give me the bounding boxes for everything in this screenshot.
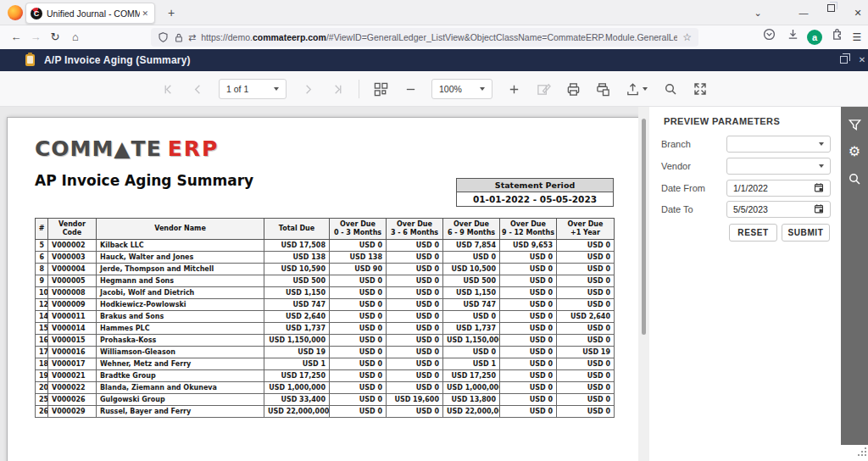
next-page-button[interactable] — [299, 79, 316, 99]
downloads-icon[interactable] — [783, 28, 802, 47]
calendar-icon[interactable] — [814, 181, 824, 196]
window-minimize-button[interactable]: — — [792, 2, 815, 24]
last-page-button[interactable] — [329, 79, 346, 99]
cell: USD 0 — [557, 323, 615, 335]
cell: Hodkiewicz-Powlowski — [97, 299, 264, 311]
cell: USD 13,800 — [443, 394, 500, 406]
cell: 26 — [36, 406, 48, 418]
cell: USD 0 — [330, 335, 387, 347]
cell: USD 0 — [500, 311, 557, 323]
calendar-icon[interactable] — [814, 202, 824, 217]
cell: 17 — [36, 347, 48, 358]
date-to-input[interactable]: 5/5/2023 — [726, 201, 831, 218]
branch-select[interactable] — [726, 136, 831, 153]
scrollbar-thumb[interactable] — [642, 119, 646, 335]
zoom-out-button[interactable] — [402, 79, 419, 99]
zoom-level-dropdown[interactable]: 100% — [431, 79, 492, 99]
firefox-logo-icon[interactable] — [8, 5, 23, 20]
cell: USD 0 — [387, 252, 443, 264]
table-row: 20V000022Blanda, Ziemann and OkunevaUSD … — [36, 382, 615, 394]
home-button[interactable]: ⌂ — [66, 28, 85, 47]
reset-button[interactable]: RESET — [729, 224, 777, 242]
edit-report-button[interactable] — [535, 79, 552, 99]
dropdown-caret-icon — [274, 87, 279, 91]
cell: USD 0 — [500, 287, 557, 299]
settings-gear-icon[interactable]: ⚙ — [841, 142, 868, 162]
previous-page-button[interactable] — [189, 79, 206, 99]
page-indicator-dropdown[interactable]: 1 of 1 — [219, 79, 287, 99]
cell: 20 — [36, 382, 48, 394]
cell: USD 17,508 — [264, 240, 330, 252]
statement-period-value: 01-01-2022 - 05-05-2023 — [457, 192, 613, 206]
cell: USD 1,000,000 — [443, 382, 500, 394]
cell: USD 0 — [330, 382, 387, 394]
cell: USD 0 — [557, 299, 615, 311]
export-button[interactable] — [624, 79, 649, 99]
browser-tab[interactable]: C Unified Journal - COMMATE ERP ✕ — [25, 3, 155, 24]
url-bar[interactable]: ⇄ https://demo.commateerp.com/#ViewID=Ge… — [151, 28, 698, 47]
cell: USD 500 — [443, 275, 500, 287]
cell: 25 — [36, 394, 48, 406]
pocket-icon[interactable] — [760, 28, 778, 47]
cell: Prohaska-Koss — [97, 335, 264, 347]
vendor-select[interactable] — [726, 158, 831, 175]
logo-triangle-icon: ▲ — [114, 136, 131, 161]
lock-icon[interactable] — [174, 32, 184, 43]
cell: USD 0 — [387, 358, 443, 370]
zoom-in-button[interactable] — [505, 79, 522, 99]
cell: USD 2,640 — [557, 311, 615, 323]
vertical-scrollbar[interactable] — [638, 107, 649, 461]
table-row: 14V000011Brakus and SonsUSD 2,640USD 0US… — [36, 311, 615, 323]
window-restore-button[interactable] — [819, 2, 843, 24]
cell: Williamson-Gleason — [97, 347, 264, 358]
extensions-puzzle-icon[interactable] — [827, 28, 846, 47]
tab-close-icon[interactable]: ✕ — [140, 8, 150, 19]
forward-button[interactable]: → — [26, 28, 45, 47]
new-tab-button[interactable]: + — [163, 4, 180, 21]
print-button[interactable] — [565, 79, 581, 99]
cell: USD 747 — [264, 299, 330, 311]
shield-icon[interactable] — [158, 31, 169, 43]
search-button[interactable] — [662, 79, 679, 99]
bookmark-star-icon[interactable]: ☆ — [682, 31, 692, 43]
submit-button[interactable]: SUBMIT — [782, 224, 830, 242]
permissions-icon[interactable]: ⇄ — [188, 32, 196, 43]
cell: V000021 — [48, 370, 97, 382]
column-header: Over Due0 - 3 Months — [330, 219, 387, 240]
cell: 6 — [36, 252, 48, 264]
popout-window-icon[interactable] — [836, 53, 851, 67]
cell: USD 1,000,000 — [264, 382, 330, 394]
cell: USD 0 — [557, 252, 615, 264]
cell: Kilback LLC — [97, 240, 264, 252]
account-extension-icon[interactable]: a — [807, 30, 822, 45]
print-page-button[interactable] — [594, 79, 611, 99]
back-button[interactable]: ← — [7, 28, 25, 47]
cell: USD 0 — [557, 406, 615, 418]
cell: USD 10,500 — [443, 264, 500, 275]
cell: 16 — [36, 335, 48, 347]
search-sidebar-icon[interactable] — [841, 169, 868, 189]
report-viewer-area: COMM▲TEERP AP Invoice Aging Summary Stat… — [0, 107, 649, 461]
table-row: 15V000014Hammes PLCUSD 1,737USD 0USD 0US… — [36, 323, 615, 335]
cell: USD 0 — [557, 370, 615, 382]
cell: USD 0 — [500, 382, 557, 394]
cell: USD 0 — [500, 323, 557, 335]
report-clipboard-icon — [25, 54, 35, 66]
tab-list-chevron-icon[interactable]: ⌄ — [746, 2, 770, 24]
multipage-view-button[interactable] — [372, 79, 389, 99]
column-header: Over Due9 - 12 Months — [500, 219, 557, 240]
reload-button[interactable]: ↻ — [46, 28, 64, 47]
menu-hamburger-icon[interactable]: ☰ — [848, 28, 866, 47]
cell: Hammes PLC — [97, 323, 264, 335]
date-from-input[interactable]: 1/1/2022 — [726, 180, 831, 197]
cell: USD 0 — [330, 406, 387, 418]
fullscreen-button[interactable] — [692, 79, 709, 99]
filter-funnel-icon[interactable] — [841, 114, 868, 135]
window-close-button[interactable]: ✕ — [846, 2, 868, 24]
cell: USD 9,653 — [500, 240, 557, 252]
column-header: Vendor Name — [97, 219, 264, 240]
first-page-button[interactable] — [159, 79, 176, 99]
date-from-label: Date From — [661, 183, 705, 193]
resize-grip[interactable] — [858, 454, 860, 456]
report-close-icon[interactable]: ✕ — [854, 53, 868, 67]
